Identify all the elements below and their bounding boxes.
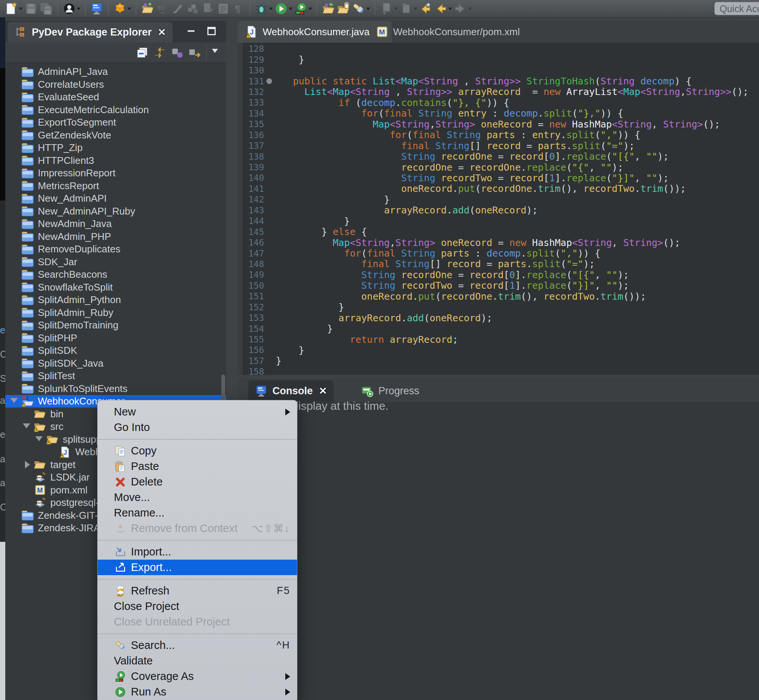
dropdown-arrow-icon[interactable] <box>468 8 472 12</box>
tree-item-splittest[interactable]: SplitTest <box>5 370 226 382</box>
folder-clipboard-button[interactable] <box>337 1 350 17</box>
menu-item-close-unrelated-project[interactable]: Close Unrelated Project <box>98 614 297 630</box>
open-console-button[interactable] <box>90 1 104 17</box>
menu-item-run-as[interactable]: Run As <box>98 684 297 700</box>
menu-item-copy[interactable]: Copy <box>98 443 297 459</box>
console-tab-console[interactable]: Console✕ <box>248 380 334 402</box>
expand-arrow-icon[interactable] <box>35 436 43 445</box>
dropdown-arrow-icon[interactable] <box>414 8 417 12</box>
menu-item-move[interactable]: Move... <box>98 490 297 505</box>
save-all-button[interactable] <box>39 1 53 17</box>
plugins-button[interactable] <box>186 1 200 17</box>
account-button[interactable] <box>62 1 81 17</box>
team-sync-button[interactable]: TC <box>156 1 170 17</box>
tree-item-newadmin-java[interactable]: NewAdmin_Java <box>5 217 226 230</box>
tree-item-splunktosplitevents[interactable]: SplunkToSplitEvents <box>5 383 226 395</box>
tree-item-correlateusers[interactable]: CorrelateUsers <box>5 78 226 91</box>
show-whitespace-button[interactable]: ¶ <box>231 1 245 17</box>
dropdown-arrow-icon[interactable] <box>448 8 452 12</box>
coverage-button[interactable] <box>294 1 312 17</box>
filter-packages-icon[interactable] <box>170 45 185 60</box>
collapse-all-icon[interactable] <box>135 45 150 60</box>
expand-arrow-icon[interactable] <box>10 398 18 407</box>
search-flashlight-button[interactable] <box>352 1 370 17</box>
menu-separator <box>98 575 297 583</box>
menu-item-refresh[interactable]: RefreshF5 <box>98 583 297 598</box>
menu-item-rename[interactable]: Rename... <box>98 505 297 521</box>
tree-item-splitadmin-ruby[interactable]: SplitAdmin_Ruby <box>5 306 226 319</box>
coverage-icon <box>114 670 127 683</box>
expand-arrow-icon[interactable] <box>23 423 30 432</box>
dropdown-arrow-icon[interactable] <box>269 8 273 12</box>
link-with-editor-icon[interactable] <box>152 45 167 60</box>
view-menu-icon[interactable] <box>206 44 223 61</box>
menu-item-coverage-as[interactable]: Coverage As <box>98 669 297 684</box>
tree-item-searchbeacons[interactable]: SearchBeacons <box>5 268 226 281</box>
open-resource-folder-button[interactable] <box>141 1 155 17</box>
tree-item-splitphp[interactable]: SplitPHP <box>5 332 226 344</box>
pydev-package-button[interactable] <box>113 1 131 17</box>
tree-item-splitadmin-python[interactable]: SplitAdmin_Python <box>5 294 226 306</box>
tree-item-splitdemotraining[interactable]: SplitDemoTraining <box>5 319 226 331</box>
tree-item-removeduplicates[interactable]: RemoveDuplicates <box>5 243 226 255</box>
tree-item-splitsdk[interactable]: SplitSDK <box>5 344 226 357</box>
menu-item-delete[interactable]: Delete <box>98 474 297 490</box>
tree-item-impressionreport[interactable]: ImpressionReport <box>5 167 226 179</box>
forward-button[interactable] <box>454 1 472 17</box>
tree-item-metricsreport[interactable]: MetricsReport <box>5 180 226 192</box>
menu-item-go-into[interactable]: Go Into <box>98 420 297 435</box>
menu-item-close-project[interactable]: Close Project <box>98 598 297 614</box>
save-button[interactable] <box>24 1 38 17</box>
dropdown-arrow-icon[interactable] <box>394 8 398 12</box>
menu-item-new[interactable]: New <box>98 404 297 420</box>
tree-item-splitsdk-java[interactable]: SplitSDK_Java <box>5 357 226 370</box>
editor-tab-webhookconsumer-pom-xml[interactable]: MWebhookConsumer/pom.xml <box>368 21 528 43</box>
tree-item-new-adminapi[interactable]: New_AdminAPI <box>5 192 226 205</box>
toggle-mark-occurrences-button[interactable] <box>171 1 185 17</box>
next-edit-location-button[interactable] <box>399 1 417 17</box>
new-wizard-button[interactable] <box>5 1 23 17</box>
menu-item-paste[interactable]: Paste <box>98 459 297 474</box>
dropdown-arrow-icon[interactable] <box>289 8 292 12</box>
tree-item-snowflaketosplit[interactable]: SnowflakeToSplit <box>5 281 226 294</box>
quick-access-box[interactable]: Quick Access <box>714 2 759 15</box>
code-editor[interactable]: 128129 }130131 public static List<Map<St… <box>237 43 759 375</box>
menu-item-export[interactable]: Export... <box>98 559 297 575</box>
dropdown-arrow-icon[interactable] <box>128 8 131 12</box>
back-history-button[interactable] <box>419 1 433 17</box>
tree-item-exporttosegment[interactable]: ExportToSegment <box>5 116 226 129</box>
last-edit-location-button[interactable] <box>380 1 398 17</box>
dropdown-arrow-icon[interactable] <box>366 8 370 12</box>
run-button[interactable] <box>274 1 292 17</box>
close-icon[interactable]: ✕ <box>158 27 166 38</box>
console-tab-progress[interactable]: Progress <box>354 380 426 402</box>
task-list-button[interactable] <box>216 1 230 17</box>
focus-package-icon[interactable] <box>187 45 202 60</box>
tree-item-sdk-jar[interactable]: SDK_Jar <box>5 256 226 268</box>
pydev-folder-button[interactable] <box>322 1 335 17</box>
back-button[interactable] <box>434 1 452 17</box>
next-annotation-button[interactable] <box>201 1 215 17</box>
menu-item-remove-from-context[interactable]: Remove from Context⌥⇧⌘↓ <box>98 521 297 536</box>
tree-item-http-zip[interactable]: HTTP_Zip <box>5 142 226 154</box>
close-icon[interactable]: ✕ <box>319 385 327 397</box>
debug-button[interactable] <box>255 1 273 17</box>
maximize-icon[interactable] <box>207 27 216 35</box>
collapse-arrow-icon[interactable] <box>25 461 34 469</box>
line-number: 146 <box>243 238 264 247</box>
menu-item-validate[interactable]: Validate <box>98 653 297 669</box>
tree-item-httpclient3[interactable]: HTTPClient3 <box>5 155 226 167</box>
tree-item-newadmin-php[interactable]: NewAdmin_PHP <box>5 230 226 243</box>
tree-item-getzendeskvote[interactable]: GetZendeskVote <box>5 129 226 142</box>
dropdown-arrow-icon[interactable] <box>77 8 81 12</box>
menu-item-search[interactable]: Search...^H <box>98 638 297 653</box>
dropdown-arrow-icon[interactable] <box>308 8 312 12</box>
minimize-icon[interactable] <box>188 30 194 32</box>
tree-item-adminapi-java[interactable]: AdminAPI_Java <box>5 66 226 78</box>
dropdown-arrow-icon[interactable] <box>19 8 23 12</box>
tab-pydev-package-explorer[interactable]: PyDev Package Explorer ✕ <box>8 22 173 42</box>
tree-item-new-adminapi-ruby[interactable]: New_AdminAPI_Ruby <box>5 205 226 217</box>
tree-item-evaluateseed[interactable]: EvaluateSeed <box>5 91 226 103</box>
menu-item-import[interactable]: Import... <box>98 544 297 559</box>
tree-item-executemetriccalculation[interactable]: ExecuteMetricCalculation <box>5 104 226 116</box>
